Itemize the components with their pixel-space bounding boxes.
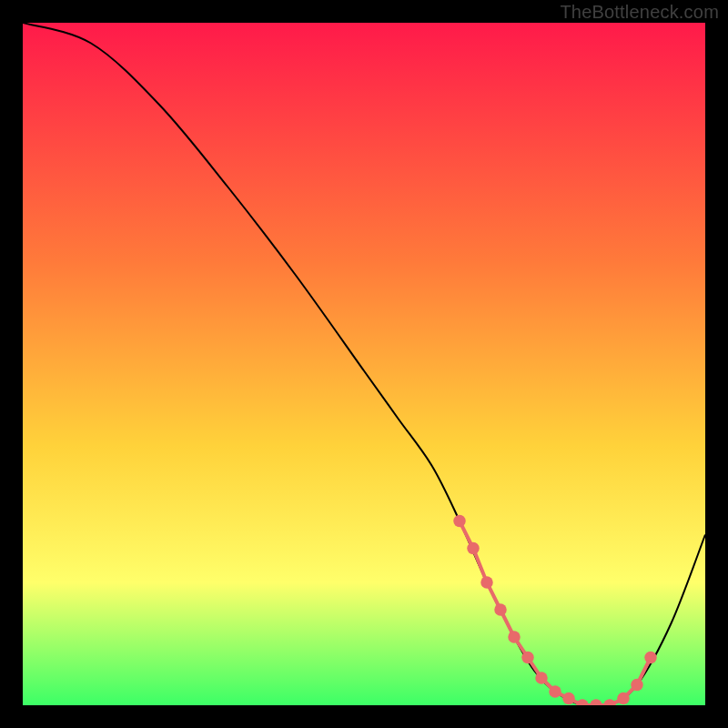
chart-frame: TheBottleneck.com [0, 0, 728, 728]
optimal-marker-dot [549, 685, 561, 698]
optimal-marker-dot [467, 542, 480, 555]
optimal-marker-dot [631, 679, 643, 692]
attribution-label: TheBottleneck.com [560, 2, 719, 23]
optimal-marker-dot [480, 576, 493, 589]
optimal-marker-dot [535, 672, 548, 684]
optimal-marker-dot [521, 652, 534, 664]
optimal-marker-dot [617, 693, 630, 705]
optimal-marker-dot [644, 652, 657, 664]
bottleneck-chart [23, 23, 705, 705]
optimal-marker-dot [562, 693, 575, 705]
gradient-background [23, 23, 705, 705]
optimal-marker-dot [453, 515, 466, 528]
optimal-marker-dot [494, 603, 507, 616]
optimal-marker-dot [508, 631, 521, 643]
